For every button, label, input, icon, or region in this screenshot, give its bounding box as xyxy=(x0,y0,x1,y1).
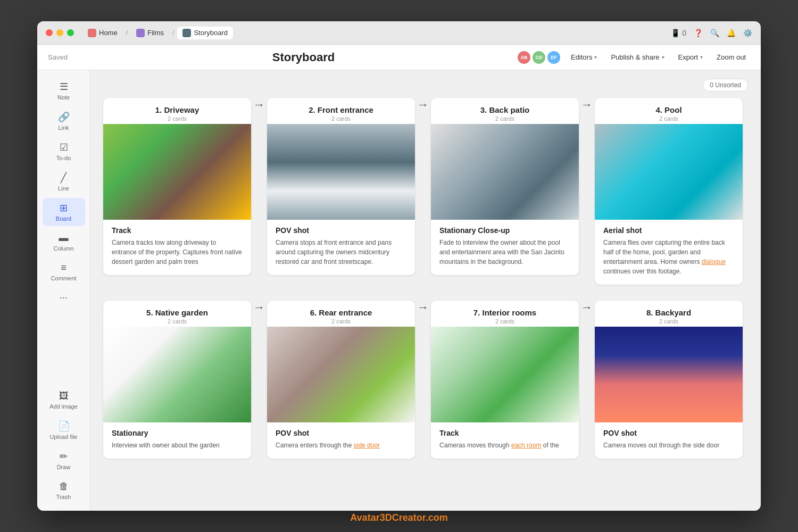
page-title: Storyboard xyxy=(90,51,517,64)
zoom-button[interactable]: Zoom out xyxy=(712,51,750,63)
tab-sep-2: / xyxy=(172,29,174,37)
card-interior-image xyxy=(431,327,579,422)
storyboard-grid: 1. Driveway 2 cards Track Camera tracks … xyxy=(103,98,748,459)
sidebar-add-image-label: Add image xyxy=(49,403,78,410)
more-icon: ··· xyxy=(60,292,68,303)
card-native-garden-header: 5. Native garden 2 cards xyxy=(103,301,251,327)
phone-icon[interactable]: 📱 0 xyxy=(671,29,686,37)
sidebar-line-label: Line xyxy=(58,185,69,192)
maximize-button[interactable] xyxy=(67,29,74,36)
watermark-highlight: 3D xyxy=(380,512,392,523)
sidebar-upload-label: Upload file xyxy=(50,434,78,440)
export-chevron: ▾ xyxy=(700,54,703,60)
tab-bar: Home / Films / Storyboard xyxy=(82,27,671,39)
close-button[interactable] xyxy=(46,29,53,36)
card-interior-subtitle: 2 cards xyxy=(439,318,570,325)
comment-icon: ≡ xyxy=(61,262,66,273)
card-wrapper-5: 5. Native garden 2 cards Stationary Inte… xyxy=(103,301,251,459)
card-driveway-body: Track Camera tracks low along driveway t… xyxy=(103,220,251,275)
main-area: ☰ Note 🔗 Link ☑ To-do ╱ Line ⊞ Board ▬ C… xyxy=(37,70,761,511)
notifications-icon[interactable]: 🔔 xyxy=(727,29,736,37)
sidebar-link-label: Link xyxy=(58,124,69,131)
help-icon[interactable]: ❓ xyxy=(694,29,703,37)
side-door-link[interactable]: side door xyxy=(354,442,380,449)
card-backyard-image xyxy=(595,327,743,422)
card-front-entrance-image xyxy=(267,124,415,220)
card-driveway[interactable]: 1. Driveway 2 cards Track Camera tracks … xyxy=(103,98,251,275)
card-back-patio-image xyxy=(431,124,579,220)
card-backyard-subtitle: 2 cards xyxy=(603,318,734,325)
publish-button[interactable]: Publish & share ▾ xyxy=(606,51,668,63)
card-interior[interactable]: 7. Interior rooms 2 cards Track Cameras … xyxy=(431,301,579,459)
tab-films[interactable]: Films xyxy=(131,27,169,39)
settings-icon[interactable]: ⚙️ xyxy=(743,29,752,37)
sidebar-item-note[interactable]: ☰ Note xyxy=(43,77,85,105)
card-backyard-body: POV shot Camera moves out through the si… xyxy=(595,422,743,459)
card-interior-title: 7. Interior rooms xyxy=(439,308,570,317)
card-rear-entrance[interactable]: 6. Rear entrance 2 cards POV shot Camera… xyxy=(267,301,415,459)
sidebar-item-todo[interactable]: ☑ To-do xyxy=(43,137,85,165)
card-back-patio-desc: Fade to interview the owner about the po… xyxy=(439,238,570,267)
todo-icon: ☑ xyxy=(60,142,68,153)
sidebar-item-board[interactable]: ⊞ Board xyxy=(43,198,85,226)
avatar-2: CD xyxy=(531,50,546,65)
search-icon[interactable]: 🔍 xyxy=(710,29,719,37)
card-front-entrance-header: 2. Front entrance 2 cards xyxy=(267,98,415,124)
sidebar-item-trash[interactable]: 🗑 Trash xyxy=(43,477,85,504)
card-rear-entrance-header: 6. Rear entrance 2 cards xyxy=(267,301,415,327)
films-icon xyxy=(136,29,145,37)
arrow-2-3: → xyxy=(417,98,429,112)
export-button[interactable]: Export ▾ xyxy=(674,51,708,63)
sidebar-item-line[interactable]: ╱ Line xyxy=(43,168,85,196)
sidebar-note-label: Note xyxy=(57,94,70,101)
content-header: 0 Unsorted xyxy=(103,79,748,92)
card-wrapper-8: 8. Backyard 2 cards POV shot Camera move… xyxy=(595,301,743,459)
card-rear-entrance-shot: POV shot xyxy=(276,429,406,437)
card-pool-desc: Camera flies over capturing the entire b… xyxy=(603,238,734,276)
card-native-garden-body: Stationary Interview with owner about th… xyxy=(103,422,251,459)
card-wrapper-1: 1. Driveway 2 cards Track Camera tracks … xyxy=(103,98,251,275)
sidebar-item-more[interactable]: ··· xyxy=(43,288,85,307)
card-driveway-image xyxy=(103,124,251,220)
card-front-entrance[interactable]: 2. Front entrance 2 cards POV shot Camer… xyxy=(267,98,415,275)
tab-home[interactable]: Home xyxy=(82,27,123,39)
toolbar: Saved Storyboard AB CD EF Editors ▾ Publ… xyxy=(37,45,761,70)
sidebar-item-add-image[interactable]: 🖼 Add image xyxy=(43,386,85,414)
card-front-entrance-shot: POV shot xyxy=(276,226,406,235)
avatar-1: AB xyxy=(517,50,531,65)
sidebar-item-upload[interactable]: 📄 Upload file xyxy=(43,416,85,444)
card-pool[interactable]: 4. Pool 2 cards Aerial shot Camera flies… xyxy=(595,98,743,285)
card-interior-desc: Cameras moves through each room of the xyxy=(439,440,570,450)
publish-chevron: ▾ xyxy=(662,54,664,60)
card-back-patio[interactable]: 3. Back patio 2 cards Stationary Close-u… xyxy=(431,98,579,275)
tab-sep-1: / xyxy=(126,29,128,37)
note-icon: ☰ xyxy=(60,81,68,93)
card-driveway-subtitle: 2 cards xyxy=(112,115,243,122)
minimize-button[interactable] xyxy=(56,29,63,36)
card-front-entrance-subtitle: 2 cards xyxy=(276,115,406,122)
card-front-entrance-desc: Camera stops at front entrance and pans … xyxy=(276,238,406,267)
sidebar-item-draw[interactable]: ✏ Draw xyxy=(43,446,85,475)
dialogue-link[interactable]: dialogue xyxy=(702,258,726,265)
card-backyard[interactable]: 8. Backyard 2 cards POV shot Camera move… xyxy=(595,301,743,459)
card-driveway-title: 1. Driveway xyxy=(112,105,243,114)
export-label: Export xyxy=(678,53,699,61)
editors-button[interactable]: Editors ▾ xyxy=(567,51,601,63)
zoom-label: Zoom out xyxy=(717,53,746,61)
each-room-link[interactable]: each room xyxy=(511,442,542,449)
storyboard-row-1: 1. Driveway 2 cards Track Camera tracks … xyxy=(103,98,748,285)
card-pool-image xyxy=(595,124,743,220)
sidebar-item-column[interactable]: ▬ Column xyxy=(43,228,85,256)
card-native-garden[interactable]: 5. Native garden 2 cards Stationary Inte… xyxy=(103,301,251,459)
tab-storyboard[interactable]: Storyboard xyxy=(177,27,233,39)
card-interior-body: Track Cameras moves through each room of… xyxy=(431,422,579,459)
sidebar-item-comment[interactable]: ≡ Comment xyxy=(43,258,85,286)
card-front-entrance-title: 2. Front entrance xyxy=(276,105,406,114)
tab-films-label: Films xyxy=(147,29,164,37)
arrow-1-2: → xyxy=(253,98,265,112)
card-pool-header: 4. Pool 2 cards xyxy=(595,98,743,124)
arrow-7-8: → xyxy=(581,301,593,314)
card-front-entrance-body: POV shot Camera stops at front entrance … xyxy=(267,220,415,275)
sidebar-item-link[interactable]: 🔗 Link xyxy=(43,107,85,135)
card-driveway-header: 1. Driveway 2 cards xyxy=(103,98,251,124)
